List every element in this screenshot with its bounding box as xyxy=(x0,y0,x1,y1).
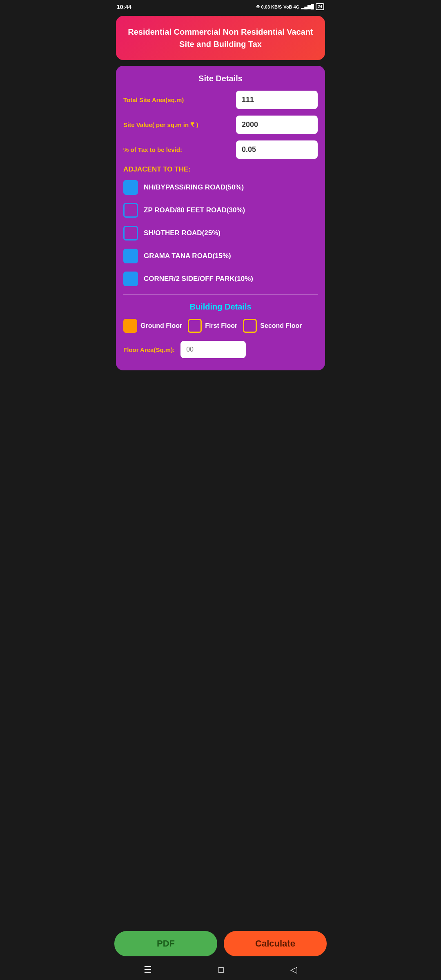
checkbox-zp-road-label: ZP ROAD/80 FEET ROAD(30%) xyxy=(144,206,245,214)
signal-bars: ▂▄▆█ xyxy=(301,4,314,9)
checkbox-corner[interactable] xyxy=(123,272,138,286)
total-site-area-input[interactable] xyxy=(236,91,318,109)
checkbox-row-4: GRAMA TANA ROAD(15%) xyxy=(123,249,318,263)
back-icon[interactable]: ◁ xyxy=(290,964,297,975)
building-details-title: Building Details xyxy=(123,302,318,312)
site-value-input[interactable] xyxy=(236,116,318,134)
second-floor-label: Second Floor xyxy=(260,322,302,330)
first-floor-item: First Floor xyxy=(188,319,237,333)
main-content: Residential Commercial Non Residential V… xyxy=(110,12,331,417)
checkbox-row-2: ZP ROAD/80 FEET ROAD(30%) xyxy=(123,203,318,218)
network-type: VoB 4G xyxy=(283,4,299,9)
network-speed: 0.03 KB/S xyxy=(261,4,282,9)
checkbox-row-3: SH/OTHER ROAD(25%) xyxy=(123,226,318,241)
total-site-area-row: Total Site Area(sq.m) xyxy=(123,91,318,109)
checkbox-row-1: NH/BYPASS/RING ROAD(50%) xyxy=(123,180,318,195)
checkbox-sh-road[interactable] xyxy=(123,226,138,241)
calculate-button[interactable]: Calculate xyxy=(224,931,327,956)
main-card: Site Details Total Site Area(sq.m) Site … xyxy=(116,66,325,370)
nav-bar: ☰ □ ◁ xyxy=(110,960,331,980)
second-floor-item: Second Floor xyxy=(243,319,302,333)
adjacent-label: ADJACENT TO THE: xyxy=(123,165,318,174)
bottom-bar: PDF Calculate xyxy=(110,928,331,960)
time: 10:44 xyxy=(117,4,131,10)
status-icons: ⊕ 0.03 KB/S VoB 4G ▂▄▆█ 24 xyxy=(256,3,324,10)
tax-percent-row: % of Tax to be levid: xyxy=(123,140,318,159)
section-divider xyxy=(123,294,318,295)
menu-icon[interactable]: ☰ xyxy=(144,964,152,975)
ground-floor-item: Ground Floor xyxy=(123,319,182,333)
ground-floor-checkbox[interactable] xyxy=(123,319,137,333)
site-details-section: Site Details Total Site Area(sq.m) Site … xyxy=(123,74,318,286)
checkbox-corner-label: CORNER/2 SIDE/OFF PARK(10%) xyxy=(144,275,253,283)
first-floor-checkbox[interactable] xyxy=(188,319,202,333)
checkbox-grama-tana-label: GRAMA TANA ROAD(15%) xyxy=(144,252,231,260)
ground-floor-label: Ground Floor xyxy=(140,322,182,330)
site-details-title: Site Details xyxy=(123,74,318,83)
checkbox-grama-tana[interactable] xyxy=(123,249,138,263)
battery-indicator: 24 xyxy=(316,3,324,10)
header-card: Residential Commercial Non Residential V… xyxy=(116,16,325,60)
total-site-area-label: Total Site Area(sq.m) xyxy=(123,96,236,103)
pdf-button[interactable]: PDF xyxy=(114,931,217,956)
second-floor-checkbox[interactable] xyxy=(243,319,257,333)
tax-percent-label: % of Tax to be levid: xyxy=(123,146,236,153)
checkbox-nh-bypass-label: NH/BYPASS/RING ROAD(50%) xyxy=(144,183,244,192)
floor-area-row: Floor Area(Sq.m): xyxy=(123,341,318,358)
bluetooth-icon: ⊕ xyxy=(256,4,260,9)
floor-area-label: Floor Area(Sq.m): xyxy=(123,346,175,353)
site-value-row: Site Value( per sq.m in ₹ ) xyxy=(123,116,318,134)
tax-percent-input[interactable] xyxy=(236,140,318,159)
status-bar: 10:44 ⊕ 0.03 KB/S VoB 4G ▂▄▆█ 24 xyxy=(110,0,331,12)
app-title: Residential Commercial Non Residential V… xyxy=(124,26,317,50)
site-value-label: Site Value( per sq.m in ₹ ) xyxy=(123,121,236,129)
floor-area-input[interactable] xyxy=(180,341,246,358)
building-details-section: Building Details Ground Floor First Floo… xyxy=(123,302,318,358)
floor-checkboxes: Ground Floor First Floor Second Floor xyxy=(123,319,318,333)
first-floor-label: First Floor xyxy=(205,322,237,330)
checkbox-zp-road[interactable] xyxy=(123,203,138,218)
checkbox-row-5: CORNER/2 SIDE/OFF PARK(10%) xyxy=(123,272,318,286)
home-icon[interactable]: □ xyxy=(218,964,224,975)
checkbox-nh-bypass[interactable] xyxy=(123,180,138,195)
checkbox-sh-road-label: SH/OTHER ROAD(25%) xyxy=(144,229,220,237)
